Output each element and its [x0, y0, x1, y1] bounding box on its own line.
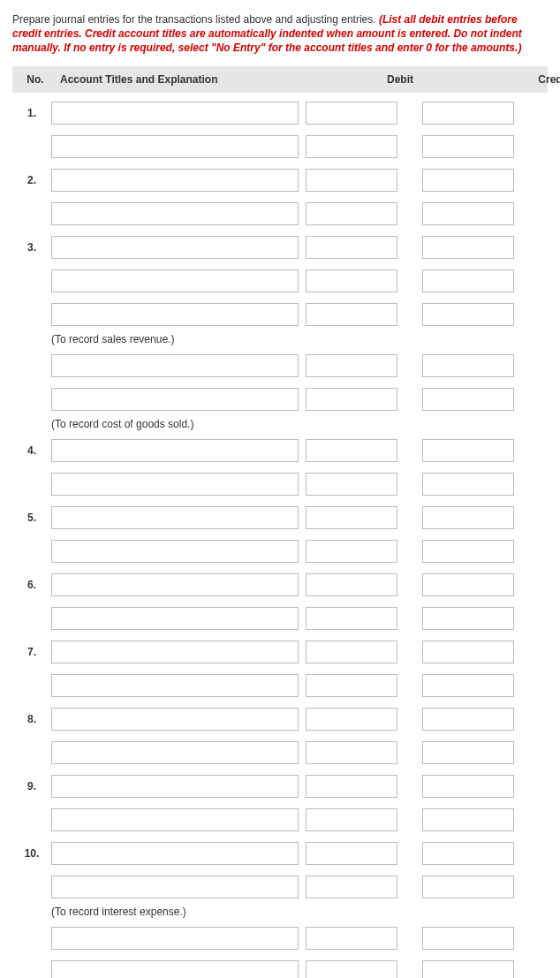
account-title-input[interactable] [51, 388, 299, 411]
journal-entry-row: 10. [12, 842, 548, 865]
account-title-input[interactable] [51, 674, 299, 697]
account-title-input[interactable] [51, 927, 299, 950]
credit-amount-input[interactable] [422, 927, 514, 950]
credit-amount-input[interactable] [422, 354, 514, 377]
entry-caption-row: (To record interest expense.) [12, 906, 548, 918]
debit-amount-input[interactable] [306, 354, 397, 377]
account-title-input[interactable] [51, 708, 299, 731]
account-title-input[interactable] [51, 573, 299, 596]
account-title-input[interactable] [51, 354, 299, 377]
row-number: 3. [12, 241, 51, 254]
account-title-input[interactable] [51, 102, 299, 125]
account-title-input[interactable] [51, 135, 299, 158]
debit-amount-input[interactable] [306, 708, 397, 731]
credit-amount-input[interactable] [422, 135, 514, 158]
account-title-input[interactable] [51, 506, 299, 529]
instructions-plain: Prepare journal entries for the transact… [12, 13, 379, 26]
debit-amount-input[interactable] [306, 269, 397, 292]
debit-amount-input[interactable] [306, 169, 397, 192]
debit-amount-input[interactable] [306, 540, 397, 563]
credit-amount-input[interactable] [422, 388, 514, 411]
debit-amount-input[interactable] [306, 135, 397, 158]
credit-amount-input[interactable] [422, 741, 514, 764]
credit-amount-input[interactable] [422, 808, 514, 831]
account-title-input[interactable] [51, 641, 299, 663]
account-title-input[interactable] [51, 169, 299, 192]
credit-amount-input[interactable] [422, 775, 514, 798]
account-title-input[interactable] [51, 540, 299, 563]
debit-amount-input[interactable] [306, 202, 397, 225]
entry-caption-row: (To record cost of goods sold.) [12, 418, 548, 430]
credit-amount-input[interactable] [422, 439, 514, 462]
credit-amount-input[interactable] [422, 573, 514, 596]
account-title-input[interactable] [51, 439, 299, 462]
debit-amount-input[interactable] [306, 876, 397, 898]
account-title-input[interactable] [51, 269, 299, 292]
account-title-input[interactable] [51, 960, 299, 978]
entry-caption-row: (To record sales revenue.) [12, 333, 548, 345]
debit-amount-input[interactable] [306, 473, 397, 496]
journal-entry-row [12, 354, 548, 377]
debit-amount-input[interactable] [306, 674, 397, 697]
credit-amount-input[interactable] [422, 607, 514, 630]
credit-amount-input[interactable] [422, 708, 514, 731]
instructions-text: Prepare journal entries for the transact… [12, 12, 548, 56]
debit-amount-input[interactable] [306, 641, 397, 663]
account-title-input[interactable] [51, 236, 299, 259]
journal-table: No. Account Titles and Explanation Debit… [12, 66, 548, 978]
credit-amount-input[interactable] [422, 269, 514, 292]
credit-amount-input[interactable] [422, 506, 514, 529]
account-title-input[interactable] [51, 808, 299, 831]
credit-amount-input[interactable] [422, 236, 514, 259]
credit-amount-input[interactable] [422, 876, 514, 898]
journal-entry-row [12, 876, 548, 898]
journal-entry-row [12, 388, 548, 411]
debit-amount-input[interactable] [306, 506, 397, 529]
credit-amount-input[interactable] [422, 473, 514, 496]
debit-amount-input[interactable] [306, 607, 397, 630]
journal-entry-row [12, 741, 548, 764]
debit-amount-input[interactable] [306, 388, 397, 411]
credit-amount-input[interactable] [422, 641, 514, 663]
journal-entry-row: 5. [12, 506, 548, 529]
header-account: Account Titles and Explanation [58, 66, 311, 93]
account-title-input[interactable] [51, 607, 299, 630]
account-title-input[interactable] [51, 202, 299, 225]
debit-amount-input[interactable] [306, 960, 397, 978]
credit-amount-input[interactable] [422, 102, 514, 125]
journal-entry-row: 2. [12, 169, 548, 192]
account-title-input[interactable] [51, 303, 299, 326]
credit-amount-input[interactable] [422, 960, 514, 978]
debit-amount-input[interactable] [306, 927, 397, 950]
account-title-input[interactable] [51, 876, 299, 898]
debit-amount-input[interactable] [306, 303, 397, 326]
account-title-input[interactable] [51, 775, 299, 798]
journal-entry-row [12, 674, 548, 697]
account-title-input[interactable] [51, 741, 299, 764]
row-number: 8. [12, 713, 51, 725]
credit-amount-input[interactable] [422, 303, 514, 326]
debit-amount-input[interactable] [306, 808, 397, 831]
journal-entry-row: 7. [12, 641, 548, 663]
row-number: 5. [12, 512, 51, 524]
credit-amount-input[interactable] [422, 169, 514, 192]
journal-entry-row: 6. [12, 573, 548, 596]
row-number: 1. [12, 107, 51, 119]
account-title-input[interactable] [51, 842, 299, 865]
debit-amount-input[interactable] [306, 741, 397, 764]
row-number: 6. [12, 579, 51, 591]
credit-amount-input[interactable] [422, 540, 514, 563]
credit-amount-input[interactable] [422, 202, 514, 225]
debit-amount-input[interactable] [306, 842, 397, 865]
journal-entry-row [12, 808, 548, 831]
credit-amount-input[interactable] [422, 842, 514, 865]
debit-amount-input[interactable] [306, 102, 397, 125]
debit-amount-input[interactable] [306, 439, 397, 462]
row-number: 7. [12, 646, 51, 658]
credit-amount-input[interactable] [422, 674, 514, 697]
debit-amount-input[interactable] [306, 775, 397, 798]
debit-amount-input[interactable] [306, 236, 397, 259]
table-header: No. Account Titles and Explanation Debit… [12, 66, 548, 93]
debit-amount-input[interactable] [306, 573, 397, 596]
account-title-input[interactable] [51, 473, 299, 496]
